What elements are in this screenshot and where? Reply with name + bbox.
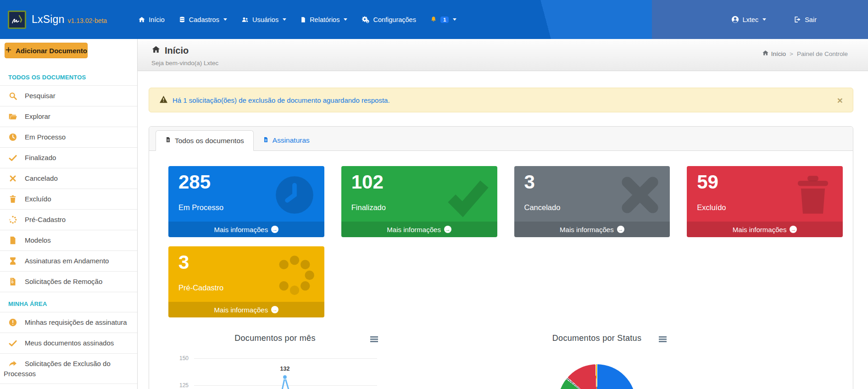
user-circle-icon xyxy=(731,15,740,24)
x-icon xyxy=(8,174,18,183)
check-icon xyxy=(445,172,490,217)
sidebar-item-meus-assinados[interactable]: Meus documentos assinados xyxy=(0,333,137,353)
hourglass-icon xyxy=(8,256,18,266)
search-icon xyxy=(8,91,18,101)
sidebar-item-label: Finalizado xyxy=(25,154,56,161)
breadcrumb-separator: > xyxy=(790,50,793,57)
notifications-bell[interactable]: 1 xyxy=(424,11,462,28)
x-icon xyxy=(618,172,662,217)
page-title: Início xyxy=(151,45,218,56)
infobox-more-link[interactable]: Mais informações→ xyxy=(341,222,497,237)
nav-item-label: Usuários xyxy=(252,16,278,23)
sidebar-item-pre-cadastro[interactable]: Pré-Cadastro xyxy=(0,209,137,230)
sidebar-item-pesquisar[interactable]: Pesquisar xyxy=(0,85,137,106)
line-series xyxy=(168,329,382,389)
arrow-circle-icon: → xyxy=(271,226,278,233)
breadcrumb-current: Painel de Controle xyxy=(797,50,848,57)
sidebar-item-minhas-requisicoes[interactable]: Minhas requisições de assinatura xyxy=(0,312,137,333)
warning-alert: Há 1 solicitação(ões) de exclusão de doc… xyxy=(149,88,853,112)
infobox-value: 285 xyxy=(178,172,211,193)
close-icon[interactable]: × xyxy=(837,95,843,105)
sidebar-item-solicitacoes-exclusao[interactable]: Solicitações de Exclusão do Processos xyxy=(0,353,137,384)
brand-name: LxSign xyxy=(32,13,65,26)
logout-button[interactable]: Sair xyxy=(788,11,822,28)
home-icon xyxy=(151,45,161,56)
sidebar-list-minha-area: Minhas requisições de assinatura Meus do… xyxy=(0,312,137,384)
nav-item-relatorios[interactable]: Relatórios xyxy=(295,11,353,28)
sidebar-item-solicitacoes-remocao[interactable]: Solicitações de Remoção xyxy=(0,271,137,292)
nav-item-inicio[interactable]: Início xyxy=(133,11,170,28)
plus-icon xyxy=(5,46,12,55)
sidebar-item-label: Em Processo xyxy=(25,133,66,141)
chevron-down-icon xyxy=(344,18,347,21)
logout-label: Sair xyxy=(805,16,817,23)
infobox-label: Em Processo xyxy=(178,203,223,212)
sidebar-item-em-processo[interactable]: Em Processo xyxy=(0,127,137,147)
infobox-value: 102 xyxy=(351,172,384,193)
sidebar-section-todos: TODOS OS DOCUMENTOS xyxy=(8,74,137,81)
arrow-circle-icon: → xyxy=(617,226,624,233)
tab-assinaturas[interactable]: Assinaturas xyxy=(254,130,319,150)
check-icon xyxy=(8,339,18,348)
sidebar-item-explorar[interactable]: Explorar xyxy=(0,106,137,127)
sidebar-item-cancelado[interactable]: Cancelado xyxy=(0,168,137,189)
tab-todos-os-documentos[interactable]: Todos os documentos xyxy=(156,130,254,151)
arrow-circle-icon: → xyxy=(271,306,278,313)
infobox-value: 3 xyxy=(524,172,535,193)
chevron-down-icon xyxy=(283,18,286,21)
infobox-more-link[interactable]: Mais informações→ xyxy=(687,222,843,237)
chart-menu-icon[interactable] xyxy=(659,336,667,343)
clock-icon xyxy=(272,172,317,217)
sidebar-item-label: Solicitações de Remoção xyxy=(25,278,102,285)
tab-pane: 285 Em Processo Mais informações→ 102 Fi… xyxy=(149,151,853,389)
clock-icon xyxy=(8,133,18,142)
page-subtitle: Seja bem-vindo(a) Lxtec xyxy=(151,60,218,67)
users-icon xyxy=(241,16,249,23)
chart-documentos-por-status: Documentos por Status xyxy=(523,329,670,389)
nav-item-label: Início xyxy=(149,16,165,23)
chevron-down-icon xyxy=(453,18,456,21)
file-zipper-icon xyxy=(8,277,18,287)
sidebar-item-modelos[interactable]: Modelos xyxy=(0,230,137,250)
document-icon xyxy=(263,136,269,145)
home-icon xyxy=(138,16,145,23)
home-icon xyxy=(762,50,769,58)
alert-link[interactable]: Há 1 solicitação(ões) de exclusão de doc… xyxy=(172,96,390,104)
gears-icon xyxy=(361,16,370,23)
sidebar-item-excluido[interactable]: Excluído xyxy=(0,189,137,209)
infobox-label: Excluído xyxy=(697,203,726,212)
file-icon xyxy=(300,16,306,23)
sidebar-item-label: Explorar xyxy=(25,112,50,120)
add-document-label: Adicionar Documento xyxy=(16,47,87,55)
brand-logo-icon xyxy=(8,11,26,29)
app-window: LxSign v1.13.02-beta Início Cadastros Us… xyxy=(0,0,868,389)
chevron-down-icon xyxy=(223,18,227,21)
infobox-more-link[interactable]: Mais informações→ xyxy=(514,222,670,237)
main-menu: Início Cadastros Usuários Relatórios Con… xyxy=(133,11,462,28)
brand[interactable]: LxSign v1.13.02-beta xyxy=(0,11,107,29)
chart-title: Documentos por Status xyxy=(523,333,670,343)
nav-item-cadastros[interactable]: Cadastros xyxy=(173,11,233,28)
sidebar: Adicionar Documento TODOS OS DOCUMENTOS … xyxy=(0,39,138,389)
brand-version: v1.13.02-beta xyxy=(68,17,107,24)
infobox-more-link[interactable]: Mais informações→ xyxy=(168,302,324,317)
sidebar-item-label: Modelos xyxy=(25,236,51,244)
sidebar-item-label: Pesquisar xyxy=(25,92,56,100)
folder-open-icon xyxy=(8,112,18,122)
chevron-down-icon xyxy=(762,18,766,21)
sidebar-item-label: Meus documentos assinados xyxy=(25,339,114,347)
nav-item-label: Configurações xyxy=(373,16,416,23)
infobox-value: 3 xyxy=(178,252,189,273)
infobox-more-link[interactable]: Mais informações→ xyxy=(168,222,324,237)
user-menu[interactable]: Lxtec xyxy=(725,11,772,28)
nav-item-configuracoes[interactable]: Configurações xyxy=(356,11,422,28)
sidebar-item-label: Pré-Cadastro xyxy=(25,216,66,223)
sidebar-item-finalizado[interactable]: Finalizado xyxy=(0,147,137,168)
document-icon xyxy=(165,136,171,145)
nav-item-usuarios[interactable]: Usuários xyxy=(235,11,292,28)
breadcrumb-home-link[interactable]: Início xyxy=(762,50,786,58)
sidebar-item-assinaturas-andamento[interactable]: Assinaturas em Andamento xyxy=(0,250,137,271)
add-document-button[interactable]: Adicionar Documento xyxy=(5,43,88,58)
infobox-em-processo: 285 Em Processo Mais informações→ xyxy=(168,166,324,237)
database-icon xyxy=(178,16,186,23)
